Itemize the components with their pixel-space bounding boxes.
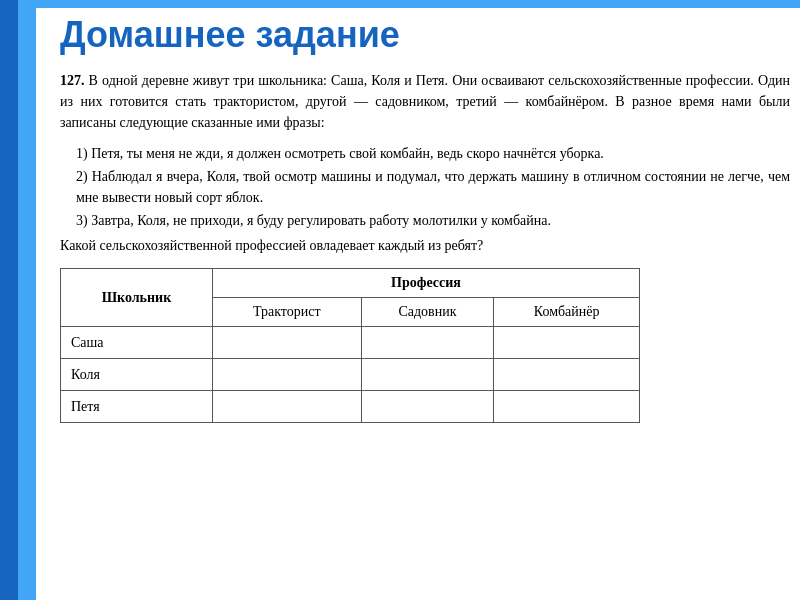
- col-student-header: Школьник: [61, 269, 213, 327]
- col-combine-header: Комбайнёр: [494, 298, 640, 327]
- page-title: Домашнее задание: [60, 14, 790, 56]
- cell-sasha-gardener: [361, 327, 494, 359]
- left-bar-dark: [0, 0, 18, 600]
- cell-sasha-tractor: [212, 327, 361, 359]
- col-gardener-header: Садовник: [361, 298, 494, 327]
- table-row: Коля: [61, 359, 640, 391]
- cell-petya-gardener: [361, 391, 494, 423]
- top-bar: [36, 0, 800, 8]
- problem-intro-text: В одной деревне живут три школьника: Саш…: [60, 73, 790, 130]
- problem-item-3: 3) Завтра, Коля, не приходи, я буду регу…: [76, 210, 790, 231]
- problem-items: 1) Петя, ты меня не жди, я должен осмотр…: [76, 143, 790, 231]
- cell-kolya-gardener: [361, 359, 494, 391]
- student-name-3: Петя: [61, 391, 213, 423]
- problem-item-1: 1) Петя, ты меня не жди, я должен осмотр…: [76, 143, 790, 164]
- col-tractor-header: Тракторист: [212, 298, 361, 327]
- student-name-1: Саша: [61, 327, 213, 359]
- problem-number: 127.: [60, 73, 85, 88]
- student-name-2: Коля: [61, 359, 213, 391]
- cell-sasha-combine: [494, 327, 640, 359]
- col-profession-header: Профессия: [212, 269, 639, 298]
- cell-kolya-tractor: [212, 359, 361, 391]
- problem-intro: 127. В одной деревне живут три школьника…: [60, 70, 790, 133]
- table-row: Саша: [61, 327, 640, 359]
- problem-question: Какой сельскохозяйственной профессией ов…: [60, 235, 790, 256]
- problem-item-2: 2) Наблюдал я вчера, Коля, твой осмотр м…: [76, 166, 790, 208]
- cell-kolya-combine: [494, 359, 640, 391]
- answer-table: Школьник Профессия Тракторист Садовник К…: [60, 268, 640, 423]
- cell-petya-combine: [494, 391, 640, 423]
- cell-petya-tractor: [212, 391, 361, 423]
- main-content: Домашнее задание 127. В одной деревне жи…: [60, 10, 790, 590]
- table-row: Петя: [61, 391, 640, 423]
- left-bar-light: [18, 0, 36, 600]
